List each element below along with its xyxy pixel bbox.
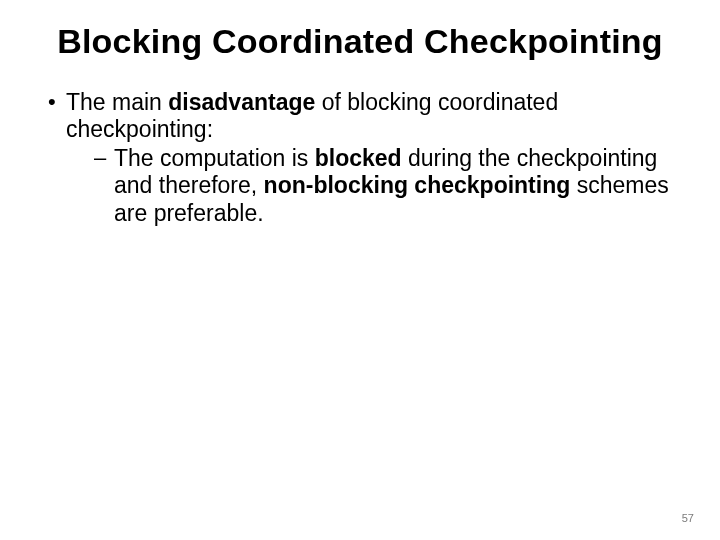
slide-body: The main disadvantage of blocking coordi… (30, 89, 690, 227)
bullet-list: The main disadvantage of blocking coordi… (30, 89, 690, 227)
bullet1-pre: The main (66, 89, 168, 115)
sub1-b2: non-blocking checkpointing (264, 172, 571, 198)
bullet-item-1: The main disadvantage of blocking coordi… (48, 89, 690, 227)
sub-bullet-item-1: The computation is blocked during the ch… (94, 145, 690, 226)
slide: Blocking Coordinated Checkpointing The m… (0, 0, 720, 540)
slide-title: Blocking Coordinated Checkpointing (30, 22, 690, 61)
bullet1-bold: disadvantage (168, 89, 315, 115)
sub1-b1: blocked (315, 145, 402, 171)
page-number: 57 (682, 512, 694, 524)
sub-bullet-list: The computation is blocked during the ch… (66, 145, 690, 226)
sub1-s1: The computation is (114, 145, 315, 171)
